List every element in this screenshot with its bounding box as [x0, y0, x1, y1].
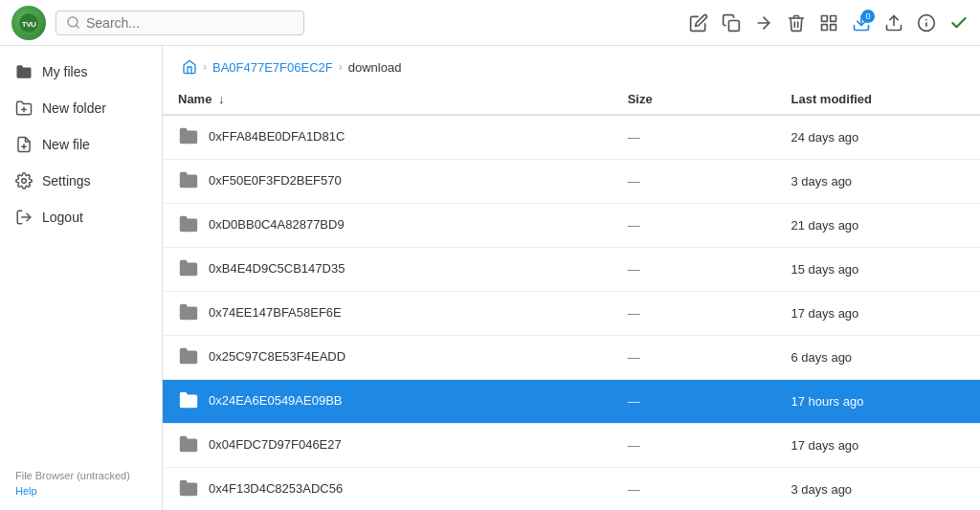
- sort-icon: ↓: [218, 92, 225, 106]
- settings-icon: [15, 172, 33, 189]
- topbar-actions: 0: [689, 13, 969, 33]
- sidebar: My files New folder New file Settings: [0, 46, 163, 510]
- sidebar-settings-label: Settings: [42, 173, 91, 188]
- file-modified-cell: 24 days ago: [775, 115, 980, 160]
- sidebar-item-my-files[interactable]: My files: [0, 54, 162, 90]
- download-button[interactable]: 0: [852, 13, 871, 33]
- search-icon: [66, 15, 80, 30]
- copy-button[interactable]: [722, 13, 741, 33]
- file-name: 0xFFA84BE0DFA1D81C: [209, 129, 345, 144]
- folder-icon: [178, 213, 199, 234]
- folder-icon: [178, 169, 199, 190]
- file-size-cell: —: [612, 468, 776, 511]
- folder-icon: [178, 125, 199, 146]
- breadcrumb-current: download: [348, 60, 402, 75]
- svg-rect-6: [822, 15, 828, 21]
- folder-plus-icon: [15, 100, 33, 117]
- col-header-name[interactable]: Name ↓: [163, 84, 612, 115]
- file-modified-cell: 15 days ago: [775, 248, 980, 292]
- file-modified-cell: 21 days ago: [775, 204, 980, 248]
- grid-view-button[interactable]: [819, 13, 838, 33]
- breadcrumb-path-link[interactable]: BA0F477E7F06EC2F: [212, 60, 333, 75]
- file-size-cell: —: [612, 204, 776, 248]
- sidebar-item-logout[interactable]: Logout: [0, 199, 162, 235]
- table-row[interactable]: 0xFFA84BE0DFA1D81C—24 days ago: [163, 115, 980, 160]
- file-name-cell: 0xD0BB0C4A82877BD9: [163, 204, 612, 248]
- file-table: Name ↓ Size Last modified 0xFFA84BE0DFA1…: [163, 84, 980, 510]
- search-input[interactable]: [86, 15, 294, 31]
- table-row[interactable]: 0x74EE147BFA58EF6E—17 days ago: [163, 292, 980, 336]
- sidebar-footer: File Browser (untracked) Help: [0, 457, 162, 510]
- file-name: 0x24EA6E0549AE09BB: [209, 393, 343, 408]
- svg-rect-7: [831, 15, 836, 21]
- layout: My files New folder New file Settings: [0, 46, 980, 510]
- sidebar-item-settings[interactable]: Settings: [0, 163, 162, 199]
- folder-icon: [15, 63, 33, 80]
- file-name-cell: 0x25C97C8E53F4EADD: [163, 336, 612, 380]
- table-row[interactable]: 0xB4E4D9C5CB147D35—15 days ago: [163, 248, 980, 292]
- file-name: 0x04FDC7D97F046E27: [209, 437, 342, 452]
- svg-rect-9: [831, 24, 836, 30]
- folder-icon: [178, 389, 199, 410]
- breadcrumb: › BA0F477E7F06EC2F › download: [163, 46, 980, 84]
- file-modified-cell: 17 days ago: [775, 424, 980, 468]
- sidebar-new-folder-label: New folder: [42, 100, 106, 116]
- svg-rect-8: [822, 24, 828, 30]
- file-name-cell: 0x24EA6E0549AE09BB: [163, 380, 612, 424]
- sidebar-item-new-file[interactable]: New file: [0, 126, 162, 163]
- file-name: 0x4F13D4C8253ADC56: [209, 481, 343, 496]
- move-button[interactable]: [754, 13, 773, 33]
- file-name: 0xD0BB0C4A82877BD9: [209, 217, 345, 232]
- sidebar-logout-label: Logout: [42, 210, 83, 225]
- file-modified-cell: 3 days ago: [775, 468, 980, 511]
- folder-icon: [178, 345, 199, 366]
- table-row[interactable]: 0xF50E0F3FD2BEF570—3 days ago: [163, 160, 980, 204]
- breadcrumb-sep-1: ›: [203, 60, 207, 74]
- svg-line-3: [76, 25, 78, 28]
- done-button[interactable]: [949, 13, 969, 33]
- file-size-cell: —: [612, 292, 776, 336]
- col-header-size: Size: [612, 84, 776, 115]
- table-row[interactable]: 0xD0BB0C4A82877BD9—21 days ago: [163, 204, 980, 248]
- file-modified-cell: 3 days ago: [775, 160, 980, 204]
- upload-button[interactable]: [884, 13, 903, 33]
- table-row[interactable]: 0x04FDC7D97F046E27—17 days ago: [163, 424, 980, 468]
- table-row[interactable]: 0x4F13D4C8253ADC56—3 days ago: [163, 468, 980, 511]
- sidebar-item-new-folder[interactable]: New folder: [0, 90, 162, 126]
- col-header-modified: Last modified: [775, 84, 980, 115]
- edit-button[interactable]: [689, 13, 708, 33]
- svg-text:TVU: TVU: [22, 20, 36, 29]
- sidebar-new-file-label: New file: [42, 137, 90, 152]
- table-row[interactable]: 0x24EA6E0549AE09BB—17 hours ago: [163, 380, 980, 424]
- file-name: 0xF50E0F3FD2BEF570: [209, 173, 342, 188]
- table-row[interactable]: 0x25C97C8E53F4EADD—6 days ago: [163, 336, 980, 380]
- file-list: 0xFFA84BE0DFA1D81C—24 days ago0xF50E0F3F…: [163, 115, 980, 510]
- file-size-cell: —: [612, 160, 776, 204]
- file-name: 0xB4E4D9C5CB147D35: [209, 261, 345, 276]
- app-logo: TVU: [11, 6, 46, 40]
- file-name-cell: 0xFFA84BE0DFA1D81C: [163, 115, 612, 160]
- folder-icon: [178, 433, 199, 455]
- file-plus-icon: [15, 136, 33, 153]
- home-icon[interactable]: [182, 59, 197, 75]
- file-modified-cell: 6 days ago: [775, 336, 980, 380]
- topbar: TVU: [0, 0, 980, 46]
- file-modified-cell: 17 hours ago: [775, 380, 980, 424]
- sidebar-my-files-label: My files: [42, 64, 87, 79]
- logout-icon: [15, 209, 33, 226]
- breadcrumb-sep-2: ›: [339, 60, 343, 74]
- info-button[interactable]: [917, 13, 936, 33]
- file-name-cell: 0x04FDC7D97F046E27: [163, 424, 612, 468]
- file-name-cell: 0xB4E4D9C5CB147D35: [163, 248, 612, 292]
- delete-button[interactable]: [787, 13, 806, 33]
- table-header: Name ↓ Size Last modified: [163, 84, 980, 115]
- file-size-cell: —: [612, 380, 776, 424]
- file-modified-cell: 17 days ago: [775, 292, 980, 336]
- file-name: 0x74EE147BFA58EF6E: [209, 305, 342, 320]
- main-content: › BA0F477E7F06EC2F › download Name ↓ Siz…: [163, 46, 980, 510]
- search-box[interactable]: [56, 11, 304, 35]
- file-size-cell: —: [612, 424, 776, 468]
- svg-rect-4: [729, 20, 740, 31]
- folder-icon: [178, 477, 199, 499]
- download-badge: 0: [861, 10, 875, 23]
